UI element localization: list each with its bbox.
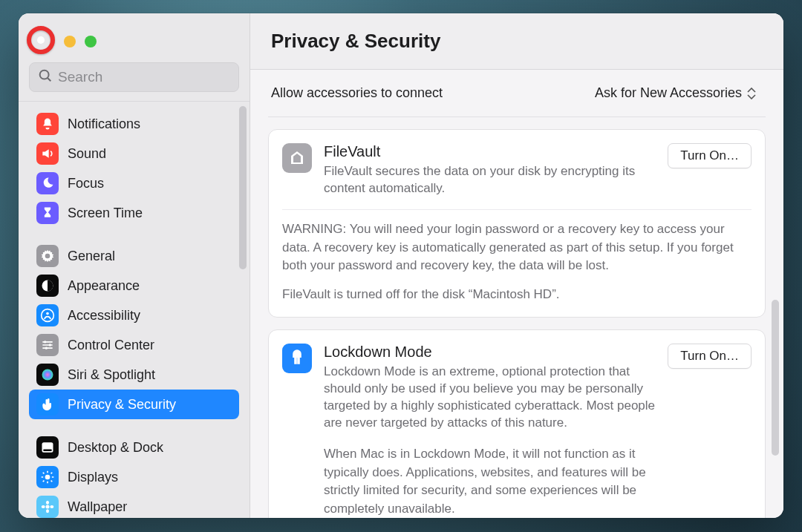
sidebar-item-displays[interactable]: Displays <box>29 462 239 492</box>
sidebar-item-notifications[interactable]: Notifications <box>29 109 239 139</box>
content-scrollbar[interactable] <box>772 300 779 456</box>
moon-icon <box>36 172 59 194</box>
minimize-button[interactable] <box>64 36 76 47</box>
svg-point-8 <box>42 370 53 381</box>
sidebar-item-screen-time[interactable]: Screen Time <box>29 198 239 228</box>
filevault-status: FileVault is turned off for the disk “Ma… <box>282 286 752 304</box>
sidebar-item-sound[interactable]: Sound <box>29 139 239 168</box>
svg-line-16 <box>43 473 45 474</box>
filevault-card: FileVault FileVault secures the data on … <box>268 129 766 318</box>
sidebar-item-label: Sound <box>68 146 106 162</box>
sidebar: NotificationsSoundFocusScreen TimeGenera… <box>19 13 250 518</box>
svg-line-1 <box>48 78 50 81</box>
filevault-warning: WARNING: You will need your login passwo… <box>282 220 752 275</box>
sidebar-item-label: Notifications <box>68 116 140 132</box>
accessories-select[interactable]: Ask for New Accessories <box>590 83 763 103</box>
sidebar-item-label: Desktop & Dock <box>68 440 163 456</box>
sun-icon <box>36 466 59 488</box>
svg-point-20 <box>46 505 50 509</box>
svg-point-3 <box>42 309 54 322</box>
sidebar-item-appearance[interactable]: Appearance <box>29 271 239 301</box>
sidebar-item-general[interactable]: General <box>29 241 239 271</box>
svg-point-22 <box>46 509 49 513</box>
filevault-turn-on-button[interactable]: Turn On… <box>668 143 752 168</box>
sidebar-item-label: Appearance <box>68 278 140 294</box>
hand-icon <box>36 393 59 416</box>
sidebar-item-label: Control Center <box>68 338 154 353</box>
hourglass-icon <box>36 202 59 224</box>
window-controls <box>19 13 250 53</box>
lockdown-desc2: When Mac is in Lockdown Mode, it will no… <box>324 445 656 518</box>
dock-icon <box>36 436 59 459</box>
sidebar-item-privacy-security[interactable]: Privacy & Security <box>29 390 239 419</box>
lockdown-card: Lockdown Mode Lockdown Mode is an extrem… <box>268 329 766 518</box>
svg-line-19 <box>51 473 53 474</box>
sidebar-item-label: Accessibility <box>68 308 140 324</box>
sidebar-item-label: Displays <box>68 470 118 485</box>
svg-point-23 <box>42 505 45 508</box>
filevault-desc: FileVault secures the data on your disk … <box>324 163 643 197</box>
gear-icon <box>36 245 59 267</box>
sidebar-scrollbar[interactable] <box>239 106 247 269</box>
filevault-title: FileVault <box>324 143 656 160</box>
sidebar-item-focus[interactable]: Focus <box>29 168 239 198</box>
content-header: Privacy & Security <box>250 13 783 70</box>
sidebar-item-label: Screen Time <box>68 206 143 221</box>
siri-icon <box>36 364 59 386</box>
search-icon <box>37 68 53 87</box>
svg-line-18 <box>43 481 45 482</box>
sidebar-list: NotificationsSoundFocusScreen TimeGenera… <box>19 106 250 518</box>
filevault-icon <box>282 143 312 173</box>
sidebar-item-label: Siri & Spotlight <box>68 367 155 383</box>
sidebar-item-desktop-dock[interactable]: Desktop & Dock <box>29 433 239 462</box>
accessories-value: Ask for New Accessories <box>595 85 742 101</box>
lockdown-turn-on-button[interactable]: Turn On… <box>668 344 752 369</box>
page-title: Privacy & Security <box>271 30 440 53</box>
svg-line-17 <box>51 481 53 482</box>
svg-point-21 <box>46 501 49 505</box>
accessories-label: Allow accessories to connect <box>271 85 443 101</box>
svg-point-5 <box>44 341 46 343</box>
sidebar-item-label: General <box>68 249 115 264</box>
accessories-row: Allow accessories to connect Ask for New… <box>268 70 766 117</box>
flower-icon <box>36 496 59 518</box>
sidebar-item-siri-spotlight[interactable]: Siri & Spotlight <box>29 360 239 390</box>
sidebar-item-label: Wallpaper <box>68 499 127 515</box>
zoom-button[interactable] <box>85 36 97 47</box>
chevron-updown-icon <box>746 86 758 101</box>
content-pane: Privacy & Security Allow accessories to … <box>250 13 783 518</box>
svg-point-24 <box>50 505 53 508</box>
svg-point-4 <box>46 312 49 315</box>
settings-window: NotificationsSoundFocusScreen TimeGenera… <box>19 13 783 518</box>
contrast-icon <box>36 275 59 297</box>
sidebar-item-label: Privacy & Security <box>68 397 176 413</box>
sidebar-item-wallpaper[interactable]: Wallpaper <box>29 492 239 518</box>
svg-point-7 <box>45 347 48 349</box>
lockdown-desc: Lockdown Mode is an extreme, optional pr… <box>324 364 656 432</box>
sliders-icon <box>36 334 59 356</box>
lockdown-title: Lockdown Mode <box>324 344 656 361</box>
sidebar-item-control-center[interactable]: Control Center <box>29 330 239 360</box>
lockdown-icon <box>282 344 312 373</box>
sidebar-item-accessibility[interactable]: Accessibility <box>29 301 239 330</box>
search-field[interactable] <box>29 62 239 92</box>
search-input[interactable] <box>58 69 231 85</box>
svg-point-6 <box>49 344 51 346</box>
svg-rect-10 <box>43 450 52 452</box>
close-button[interactable] <box>27 26 55 54</box>
speaker-icon <box>36 142 59 165</box>
person-icon <box>36 304 59 326</box>
sidebar-item-label: Focus <box>68 176 104 191</box>
svg-point-0 <box>40 70 49 79</box>
bell-icon <box>36 113 59 135</box>
svg-point-11 <box>45 475 50 480</box>
